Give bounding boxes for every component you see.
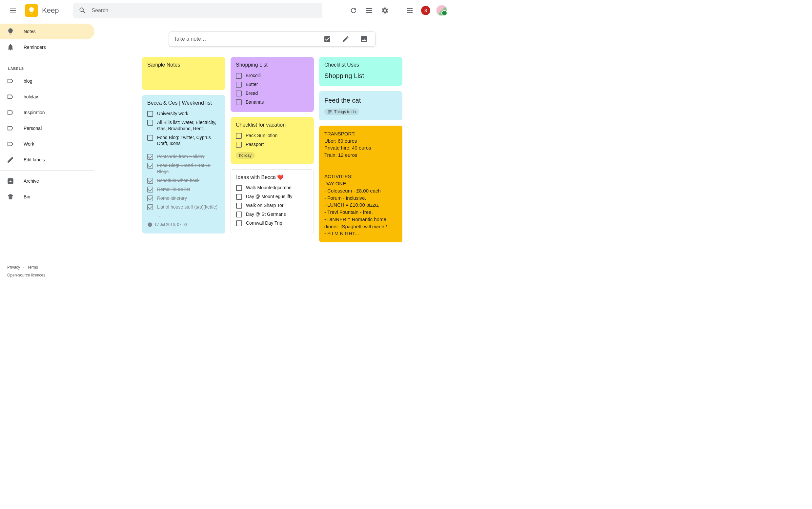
note-vacation-checklist[interactable]: Checklist for vacation Pack Sun lotion P… [231,117,314,164]
checkbox-icon[interactable] [147,120,153,126]
sidebar: Notes Reminders LABELS blog holiday Insp… [0,21,95,283]
sidebar-item-bin[interactable]: Bin [0,189,95,205]
checkbox-icon[interactable] [236,220,242,226]
checkbox-icon[interactable] [236,99,242,105]
checkbox-checked-icon[interactable] [147,163,153,169]
labels-heading: LABELS [0,61,95,73]
sidebar-item-notes[interactable]: Notes [0,24,95,39]
checklist-item-done[interactable]: Rome itinerary [147,194,220,203]
account-avatar[interactable] [436,5,447,16]
list-view-icon[interactable] [362,3,376,18]
search-bar[interactable] [73,3,323,19]
checklist-item-done[interactable]: List of house stuff (s/p)(kettle) [147,203,220,211]
note-sample-notes[interactable]: Sample Notes [142,57,225,90]
checklist-item[interactable]: All Bills list: Water, Electricity, Gas,… [147,118,220,133]
sidebar-item-work[interactable]: Work [0,136,95,152]
checklist-item-done[interactable]: Schedule when back [147,176,220,185]
checklist-item[interactable]: Brocolli [236,71,309,80]
sidebar-item-personal[interactable]: Personal [0,121,95,136]
note-ideas-becca[interactable]: Ideas with Becca ❤️ Walk Mountedgcombe D… [231,169,314,234]
checklist-item[interactable]: Walk on Sharp Tor [236,201,308,210]
new-drawing-icon[interactable] [339,32,352,45]
new-image-icon[interactable] [358,32,371,45]
sidebar-item-label: Personal [24,126,42,131]
checklist-item[interactable]: Walk Mountedgcombe [236,183,308,192]
checklist-item-done[interactable]: Food Blog: Brand + 1st 10 Blogs [147,161,220,176]
new-list-icon[interactable] [321,32,334,45]
checklist-item[interactable]: Passport [236,140,309,149]
sidebar-item-label: Work [24,141,34,146]
checklist-item[interactable]: University work [147,109,220,118]
sidebar-item-reminders[interactable]: Reminders [0,39,95,55]
sidebar-item-label: Reminders [24,44,46,50]
label-chip[interactable]: Things to do [324,108,359,115]
label-chip[interactable]: holiday [236,152,255,159]
checklist-item[interactable]: Food Blog: Twitter, Cyprus Draft, Icons [147,133,220,148]
refresh-icon[interactable] [346,3,361,18]
header-left: Keep [5,3,59,19]
header: Keep 3 [0,0,452,21]
settings-icon[interactable] [378,3,392,18]
checkbox-checked-icon[interactable] [147,186,153,193]
checkbox-checked-icon[interactable] [147,204,153,210]
checkbox-checked-icon[interactable] [147,154,153,160]
checkbox-icon[interactable] [236,194,242,200]
note-title: Becca & Ces | Weekend list [147,100,220,107]
pencil-icon [6,156,14,164]
checklist-item-done[interactable]: Postcards from Holiday [147,152,220,161]
checkbox-icon[interactable] [236,185,242,191]
header-right: 3 [346,3,447,18]
checkbox-icon[interactable] [236,91,242,96]
app-name: Keep [42,6,59,15]
note-weekend-list[interactable]: Becca & Ces | Weekend list University wo… [142,95,225,234]
sidebar-item-label: Bin [24,194,30,199]
checklist-item[interactable]: Day @ St Germans [236,210,308,219]
checkbox-icon[interactable] [147,135,153,141]
checkbox-checked-icon[interactable] [147,178,153,184]
archive-icon [6,177,14,185]
bell-icon [6,43,14,51]
sidebar-item-holiday[interactable]: holiday [0,89,95,105]
note-title: Sample Notes [147,62,220,69]
note-checklist-uses[interactable]: Checklist Uses Shopping List [319,57,402,86]
checklist-item[interactable]: Pack Sun lotion [236,131,309,140]
doc-icon [328,109,332,114]
terms-link[interactable]: Terms [27,265,38,270]
licences-link[interactable]: Open-source licences [7,273,45,277]
apps-icon[interactable] [403,3,417,18]
note-transport-activities[interactable]: TRANSPORT: Uber: 60 euros Private hire: … [319,126,402,242]
checkbox-icon[interactable] [236,211,242,217]
note-body: TRANSPORT: Uber: 60 euros Private hire: … [324,130,397,237]
sidebar-item-archive[interactable]: Archive [0,173,95,189]
checkbox-icon[interactable] [236,142,242,147]
note-shopping-list[interactable]: Shopping List Brocolli Butter Bread Bana… [231,57,314,112]
checklist-item[interactable]: Butter [236,80,309,89]
checkbox-icon[interactable] [236,73,242,79]
search-input[interactable] [92,7,318,13]
label-icon [6,108,14,116]
checklist-item[interactable]: Bananas [236,98,309,107]
note-body: Shopping List [324,71,397,81]
reminder-chip[interactable]: 17 Jul 2016, 07:00 [147,222,187,227]
checkbox-icon[interactable] [236,82,242,88]
checkbox-icon[interactable] [236,133,242,139]
keep-logo-icon [25,4,38,17]
sidebar-item-edit-labels[interactable]: Edit labels [0,152,95,168]
note-title: Checklist Uses [324,62,397,69]
sidebar-item-inspiration[interactable]: Inspiration [0,105,95,121]
checklist-item[interactable]: Cornwall Day Trip [236,219,308,228]
take-note-bar[interactable]: Take a note… [169,32,375,46]
privacy-link[interactable]: Privacy [7,265,20,270]
checklist-item[interactable]: Day @ Mount egus iffy [236,192,308,201]
checklist-item-done[interactable]: Rome: To do list [147,185,220,194]
notifications-badge[interactable]: 3 [421,6,430,15]
search-icon[interactable] [77,5,88,16]
checkbox-checked-icon[interactable] [147,196,153,201]
menu-icon[interactable] [5,3,21,19]
checkbox-icon[interactable] [236,203,242,209]
sidebar-item-blog[interactable]: blog [0,73,95,89]
checklist-item[interactable]: Bread [236,89,309,98]
checkbox-icon[interactable] [147,111,153,117]
notes-column-1: Sample Notes Becca & Ces | Weekend list … [142,57,225,242]
note-feed-cat[interactable]: Feed the cat Things to do [319,91,402,121]
